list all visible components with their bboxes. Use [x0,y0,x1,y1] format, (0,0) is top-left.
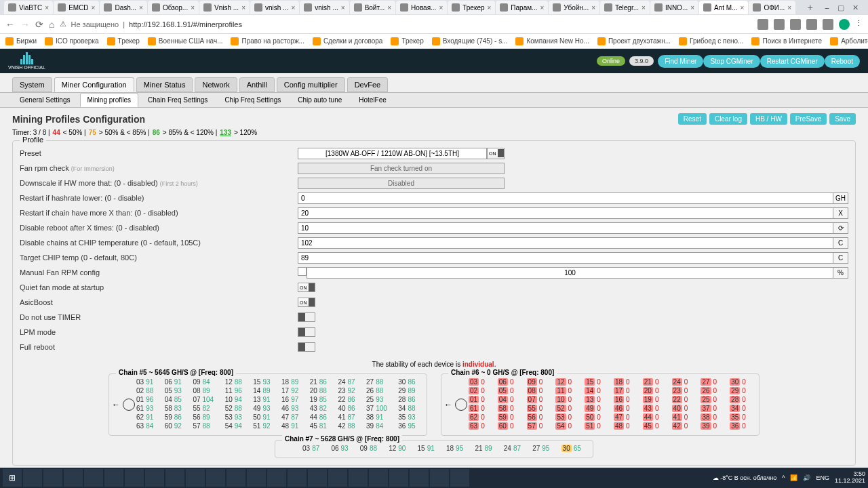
profile-avatar[interactable] [839,19,850,30]
browser-tab[interactable]: Dash...× [100,1,147,14]
asicboost-toggle[interactable] [298,298,315,307]
task-icon[interactable] [410,469,429,487]
bookmark-item[interactable]: Арболитовые бло... [830,37,868,45]
task-icon[interactable] [328,469,347,487]
browser-tab[interactable]: Обзор...× [148,1,199,14]
task-icon[interactable] [369,469,388,487]
task-icon[interactable] [389,469,408,487]
extension-icon[interactable] [774,19,785,30]
browser-tab[interactable]: Парам...× [496,1,548,14]
no-timer-toggle[interactable] [298,312,315,322]
header-button[interactable]: Reboot [825,55,860,68]
back-button[interactable]: ← [5,19,15,30]
browser-tab[interactable]: Войт...× [350,1,395,14]
action-button[interactable]: PreSave [790,113,827,125]
manual-fan-input[interactable] [307,267,833,279]
task-icon[interactable] [23,469,42,487]
browser-tab[interactable]: vnish ...× [250,1,299,14]
browser-tab[interactable]: ViaBTC× [4,1,53,14]
window-close-icon[interactable]: ✕ [852,3,859,12]
browser-tab[interactable]: Трекер× [448,1,495,14]
tray-chevron-icon[interactable]: ^ [782,474,785,481]
task-icon[interactable] [247,469,266,487]
weather-widget[interactable]: ☁ -8°C В осн. облачно [713,474,777,481]
bookmark-item[interactable]: Поиск в Интернете [751,37,822,45]
bookmark-item[interactable]: Компания New Ho... [515,37,589,45]
main-tab[interactable]: Anthill [239,77,275,92]
main-tab[interactable]: Miner Configuration [54,77,134,92]
header-button[interactable]: Stop CGMiner [703,55,760,68]
main-tab[interactable]: Network [195,77,237,92]
header-button[interactable]: Restart CGMiner [760,55,825,68]
task-icon[interactable] [125,469,144,487]
bookmark-item[interactable]: Сделки и договора [313,37,383,45]
sub-tab[interactable]: Mining profiles [80,93,138,107]
main-tab[interactable]: Config multiplier [277,77,345,92]
browser-tab[interactable]: Vnish ...× [199,1,250,14]
task-icon[interactable] [288,469,307,487]
browser-tab[interactable]: Ant M...× [699,1,748,14]
new-tab-button[interactable]: + [802,2,818,13]
chain-prev-icon[interactable]: ← [444,400,452,409]
lpm-toggle[interactable] [298,327,315,337]
disable-chains-input[interactable] [298,237,833,249]
action-button[interactable]: HB / HW [750,113,787,125]
browser-tab[interactable]: Убойн...× [549,1,599,14]
browser-menu-icon[interactable]: ⋮ [855,19,863,30]
browser-tab[interactable]: vnish ...× [300,1,349,14]
target-temp-input[interactable] [298,252,833,264]
browser-tab[interactable]: Новая...× [396,1,447,14]
forward-button[interactable]: → [20,19,30,30]
bookmark-item[interactable]: Военные США нач... [148,37,223,45]
task-icon[interactable] [43,469,62,487]
task-icon[interactable] [84,469,103,487]
task-icon[interactable] [226,469,245,487]
main-tab[interactable]: System [12,77,52,92]
task-icon[interactable] [145,469,164,487]
extension-icon[interactable] [806,19,817,30]
start-button[interactable]: ⊞ [3,469,22,487]
address-bar[interactable]: ⚠ Не защищено | http://192.168.1.91/#/mi… [60,20,752,28]
window-minimize-icon[interactable]: ‒ [825,3,829,12]
chain-prev-icon[interactable]: ← [112,400,120,409]
tray-icon[interactable]: 🔊 [803,474,810,481]
main-tab[interactable]: Miner Status [136,77,193,92]
action-button[interactable]: Save [829,113,856,125]
preset-toggle[interactable] [487,148,505,159]
bookmark-item[interactable]: Биржи [5,37,37,45]
task-icon[interactable] [186,469,205,487]
manual-fan-checkbox[interactable] [298,267,307,276]
language-indicator[interactable]: ENG [816,474,829,481]
task-icon[interactable] [349,469,368,487]
window-maximize-icon[interactable]: ▢ [837,3,844,12]
restart-hashrate-input[interactable] [298,192,833,204]
clock-date[interactable]: 11.12.2021 [835,478,865,485]
task-icon[interactable] [64,469,83,487]
extension-icon[interactable] [790,19,801,30]
reload-button[interactable]: ⟳ [35,19,43,30]
preset-select[interactable]: [1380W AB-OFF / 1210W AB-ON] [~13.5TH] [298,148,487,159]
sub-tab[interactable]: Chip auto tune [290,93,349,107]
extension-icon[interactable] [757,19,768,30]
browser-tab[interactable]: ОФИ...× [749,1,795,14]
header-button[interactable]: Find Miner [658,55,703,68]
quiet-fan-toggle[interactable] [298,283,315,292]
browser-tab[interactable]: Telegr...× [600,1,650,14]
sub-tab[interactable]: HotelFee [351,93,394,107]
extensions-menu-icon[interactable] [823,19,833,30]
bookmark-item[interactable]: Проект двухэтажн... [597,37,671,45]
sub-tab[interactable]: Chain Freq Settings [140,93,215,107]
task-icon[interactable] [206,469,225,487]
home-button[interactable]: ⌂ [49,19,54,30]
tray-icon[interactable]: 📶 [790,474,797,481]
action-button[interactable]: Reset [678,113,707,125]
disable-reboot-input[interactable] [298,222,833,234]
main-tab[interactable]: DevFee [347,77,389,92]
fan-rpm-select[interactable]: Fan check turned on [298,163,505,174]
bookmark-item[interactable]: Грибоед с пено... [679,37,743,45]
bookmark-item[interactable]: Право на расторж... [231,37,304,45]
sub-tab[interactable]: General Settings [12,93,78,107]
bookmark-item[interactable]: Входящие (745) - s... [432,37,508,45]
task-icon[interactable] [104,469,123,487]
action-button[interactable]: Clear log [709,113,747,125]
